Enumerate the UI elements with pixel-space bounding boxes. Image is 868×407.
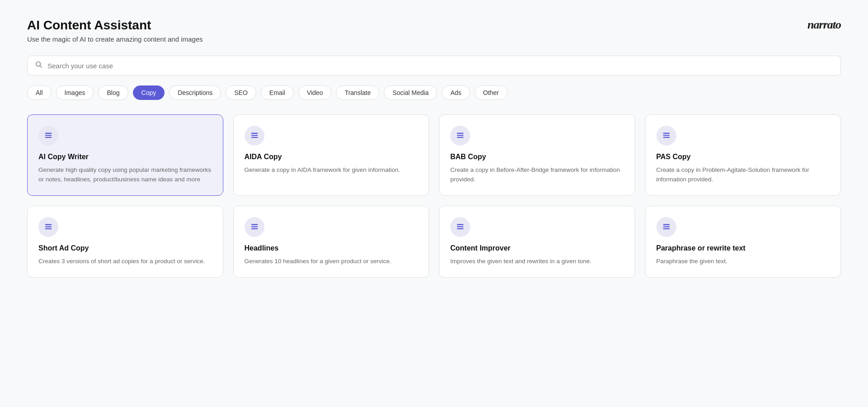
card-desc-pas-copy: Create a copy in Problem-Agitate-Solutio… xyxy=(656,166,830,185)
card-title-short-ad-copy: Short Ad Copy xyxy=(38,244,212,252)
filter-btn-blog[interactable]: Blog xyxy=(98,85,128,100)
card-title-paraphrase: Paraphrase or rewrite text xyxy=(656,244,830,252)
svg-rect-25 xyxy=(663,228,670,229)
svg-rect-3 xyxy=(45,135,52,136)
logo: narrato xyxy=(807,18,841,32)
search-bar[interactable] xyxy=(27,56,841,76)
card-desc-short-ad-copy: Creates 3 versions of short ad copies fo… xyxy=(38,257,212,266)
card-title-pas-copy: PAS Copy xyxy=(656,153,830,161)
svg-rect-4 xyxy=(45,137,52,138)
filter-btn-email[interactable]: Email xyxy=(261,85,294,100)
svg-rect-2 xyxy=(45,133,52,134)
card-title-aida-copy: AIDA Copy xyxy=(245,153,418,161)
filter-btn-translate[interactable]: Translate xyxy=(336,85,379,100)
filter-btn-descriptions[interactable]: Descriptions xyxy=(169,85,221,100)
filter-btn-ads[interactable]: Ads xyxy=(442,85,470,100)
svg-rect-8 xyxy=(457,133,464,134)
card-icon-short-ad-copy xyxy=(38,217,58,237)
svg-rect-9 xyxy=(457,135,464,136)
card-aida-copy[interactable]: AIDA CopyGenerate a copy in AIDA framewo… xyxy=(233,114,429,196)
card-bab-copy[interactable]: BAB CopyCreate a copy in Before-After-Br… xyxy=(439,114,635,196)
page-subtitle: Use the magic of AI to create amazing co… xyxy=(27,35,203,43)
svg-rect-16 xyxy=(45,228,52,229)
card-ai-copy-writer[interactable]: AI Copy WriterGenerate high quality copy… xyxy=(27,114,223,196)
card-desc-bab-copy: Create a copy in Before-After-Bridge fra… xyxy=(450,166,624,185)
card-content-improver[interactable]: Content ImproverImproves the given text … xyxy=(439,206,635,278)
svg-rect-13 xyxy=(663,137,670,138)
search-input[interactable] xyxy=(47,62,833,70)
card-icon-content-improver xyxy=(450,217,470,237)
svg-rect-19 xyxy=(251,228,258,229)
svg-rect-15 xyxy=(45,226,52,227)
card-icon-headlines xyxy=(245,217,264,237)
card-title-bab-copy: BAB Copy xyxy=(450,153,624,161)
page-header: AI Content Assistant Use the magic of AI… xyxy=(27,18,841,43)
filter-btn-video[interactable]: Video xyxy=(298,85,332,100)
card-desc-content-improver: Improves the given text and rewrites in … xyxy=(450,257,624,266)
svg-rect-18 xyxy=(251,226,258,227)
card-icon-paraphrase xyxy=(656,217,676,237)
svg-rect-17 xyxy=(251,224,258,225)
filter-btn-copy[interactable]: Copy xyxy=(133,85,165,100)
svg-rect-24 xyxy=(663,226,670,227)
filter-btn-social-media[interactable]: Social Media xyxy=(384,85,437,100)
card-title-content-improver: Content Improver xyxy=(450,244,624,252)
svg-line-1 xyxy=(40,66,42,67)
card-title-ai-copy-writer: AI Copy Writer xyxy=(38,153,212,161)
card-short-ad-copy[interactable]: Short Ad CopyCreates 3 versions of short… xyxy=(27,206,223,278)
filter-btn-seo[interactable]: SEO xyxy=(226,85,256,100)
svg-rect-21 xyxy=(457,226,464,227)
card-paraphrase[interactable]: Paraphrase or rewrite textParaphrase the… xyxy=(645,206,841,278)
svg-rect-5 xyxy=(251,133,258,134)
card-desc-aida-copy: Generate a copy in AIDA framework for gi… xyxy=(245,166,418,175)
card-desc-headlines: Generates 10 headlines for a given produ… xyxy=(245,257,418,266)
card-icon-pas-copy xyxy=(656,126,676,146)
card-headlines[interactable]: HeadlinesGenerates 10 headlines for a gi… xyxy=(233,206,429,278)
filter-btn-images[interactable]: Images xyxy=(56,85,94,100)
search-icon xyxy=(35,61,43,71)
svg-rect-20 xyxy=(457,224,464,225)
filter-row: AllImagesBlogCopyDescriptionsSEOEmailVid… xyxy=(27,85,841,100)
title-block: AI Content Assistant Use the magic of AI… xyxy=(27,18,203,43)
svg-rect-12 xyxy=(663,135,670,136)
cards-grid: AI Copy WriterGenerate high quality copy… xyxy=(27,114,841,278)
page-title: AI Content Assistant xyxy=(27,18,203,33)
card-desc-paraphrase: Paraphrase the given text. xyxy=(656,257,830,266)
svg-rect-6 xyxy=(251,135,258,136)
card-desc-ai-copy-writer: Generate high quality copy using popular… xyxy=(38,166,212,185)
card-pas-copy[interactable]: PAS CopyCreate a copy in Problem-Agitate… xyxy=(645,114,841,196)
svg-rect-23 xyxy=(663,224,670,225)
card-icon-ai-copy-writer xyxy=(38,126,58,146)
card-icon-aida-copy xyxy=(245,126,264,146)
filter-btn-all[interactable]: All xyxy=(27,85,52,100)
card-icon-bab-copy xyxy=(450,126,470,146)
svg-rect-10 xyxy=(457,137,464,138)
svg-rect-7 xyxy=(251,137,258,138)
card-title-headlines: Headlines xyxy=(245,244,418,252)
svg-rect-22 xyxy=(457,228,464,229)
svg-rect-11 xyxy=(663,133,670,134)
svg-rect-14 xyxy=(45,224,52,225)
filter-btn-other[interactable]: Other xyxy=(475,85,508,100)
